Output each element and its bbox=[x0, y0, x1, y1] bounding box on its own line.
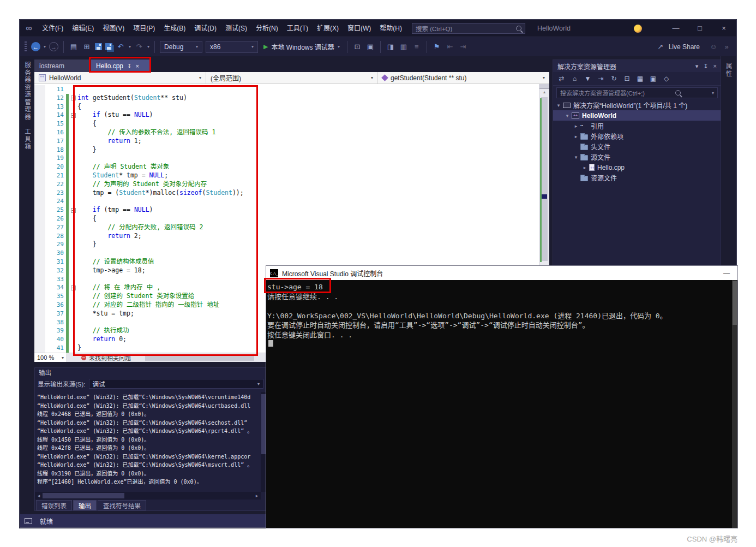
scroll-up-icon[interactable]: ▴ bbox=[539, 90, 549, 94]
breakpoint-margin[interactable] bbox=[34, 215, 45, 223]
menu-item[interactable]: 编辑(E) bbox=[68, 20, 98, 37]
breakpoint-margin[interactable] bbox=[34, 189, 45, 198]
save-icon[interactable] bbox=[95, 43, 102, 50]
solution-configuration-dropdown[interactable]: Debug ▾ bbox=[160, 41, 202, 53]
scrollbar-thumb[interactable] bbox=[261, 394, 266, 454]
undo-icon[interactable]: ↶ bbox=[116, 43, 125, 51]
live-share-button[interactable]: ↗ Live Share bbox=[656, 43, 700, 51]
panel-tab[interactable]: 输出 bbox=[73, 500, 97, 510]
redo-icon[interactable]: ↷ bbox=[134, 43, 144, 51]
feedback-icon[interactable] bbox=[634, 25, 642, 33]
close-button[interactable]: × bbox=[712, 20, 736, 37]
menu-item[interactable]: 工具(T) bbox=[283, 20, 313, 37]
tree-item[interactable]: ▾HelloWorld bbox=[553, 110, 721, 121]
menu-item[interactable]: 帮助(H) bbox=[375, 20, 406, 37]
breakpoint-margin[interactable] bbox=[34, 301, 45, 310]
collapse-icon[interactable]: − bbox=[71, 113, 76, 118]
solution-search-box[interactable]: 搜索解决方案资源管理器(Ctrl+;) ▾ bbox=[556, 87, 718, 98]
minimize-button[interactable]: — bbox=[664, 20, 688, 37]
zoom-dropdown[interactable]: 100 % ▾ bbox=[34, 353, 67, 362]
fold-margin[interactable]: − bbox=[69, 94, 77, 103]
scrollbar-thumb[interactable] bbox=[43, 493, 124, 498]
navigate-back-icon[interactable]: ← bbox=[31, 42, 40, 51]
tree-expander-icon[interactable]: ▾ bbox=[555, 103, 562, 108]
menu-item[interactable]: 调试(D) bbox=[190, 20, 221, 37]
breakpoint-margin[interactable] bbox=[34, 310, 45, 318]
close-icon[interactable]: × bbox=[713, 63, 717, 70]
chevron-down-icon[interactable]: ▾ bbox=[44, 44, 46, 49]
collapse-all-icon[interactable]: ⊟ bbox=[622, 75, 632, 82]
collapse-icon[interactable]: − bbox=[71, 208, 76, 213]
side-tab[interactable]: 工具箱 bbox=[23, 128, 32, 151]
breakpoint-margin[interactable] bbox=[34, 335, 45, 344]
breakpoint-margin[interactable] bbox=[34, 292, 45, 301]
tree-expander-icon[interactable]: ▸ bbox=[573, 134, 579, 139]
chevron-down-icon[interactable]: ▾ bbox=[147, 44, 149, 49]
breakpoint-margin[interactable] bbox=[34, 283, 45, 292]
menu-item[interactable]: 视图(V) bbox=[98, 20, 129, 37]
bookmark-icon[interactable]: ⚑ bbox=[432, 43, 442, 51]
menu-item[interactable]: 项目(P) bbox=[129, 20, 159, 37]
outdent-icon[interactable]: ⇤ bbox=[445, 43, 455, 51]
tree-item[interactable]: ▸Hello.cpp bbox=[553, 162, 721, 173]
menu-item[interactable]: 生成(B) bbox=[159, 20, 190, 37]
scroll-right-icon[interactable]: ▸ bbox=[253, 493, 261, 498]
output-window-icon[interactable]: ◨ bbox=[386, 43, 395, 51]
tree-item[interactable]: ▾解决方案“HelloWorld”(1 个项目/共 1 个) bbox=[553, 100, 721, 110]
home-icon[interactable]: ⌂ bbox=[570, 75, 579, 82]
sync-active-document-icon[interactable]: ⇥ bbox=[596, 75, 605, 82]
console-output[interactable]: stu->age = 18请按任意键继续. . . Y:\002_WorkSpa… bbox=[266, 280, 732, 528]
start-debugging-button[interactable]: ▶ 本地 Windows 调试器 ▾ bbox=[261, 42, 342, 51]
breakpoint-margin[interactable] bbox=[34, 318, 45, 327]
switch-views-icon[interactable]: ⇄ bbox=[557, 75, 566, 82]
side-tab-properties[interactable]: 属性 bbox=[724, 63, 733, 78]
fold-margin[interactable]: − bbox=[69, 111, 77, 120]
tree-item[interactable]: 头文件 bbox=[553, 141, 721, 152]
toolbar-overflow-icon[interactable]: » bbox=[722, 43, 731, 51]
send-feedback-icon[interactable]: ☺ bbox=[709, 43, 718, 51]
tree-expander-icon[interactable]: ▸ bbox=[573, 123, 579, 129]
breakpoint-margin[interactable] bbox=[34, 258, 45, 266]
project-dropdown[interactable]: HelloWorld ▾ bbox=[34, 72, 206, 84]
output-vertical-scrollbar[interactable] bbox=[261, 392, 266, 492]
pin-icon[interactable]: ↧ bbox=[703, 63, 708, 70]
breakpoint-margin[interactable] bbox=[34, 180, 45, 189]
close-icon[interactable]: × bbox=[135, 63, 139, 69]
scroll-left-icon[interactable]: ◂ bbox=[35, 493, 43, 498]
maximize-button[interactable]: □ bbox=[688, 20, 712, 37]
pin-icon[interactable]: ↧ bbox=[127, 63, 131, 69]
chevron-down-icon[interactable]: ▾ bbox=[129, 44, 131, 49]
breakpoint-margin[interactable] bbox=[34, 154, 45, 163]
breakpoint-margin[interactable] bbox=[34, 240, 45, 249]
navigate-forward-icon[interactable]: → bbox=[49, 42, 58, 51]
console-scrollbar[interactable] bbox=[732, 280, 737, 528]
tree-item[interactable]: ▸引用 bbox=[553, 121, 721, 131]
breakpoint-margin[interactable] bbox=[34, 120, 45, 128]
panel-tab[interactable]: 错误列表 bbox=[36, 500, 72, 510]
filter-icon[interactable]: ▼ bbox=[583, 75, 592, 82]
breakpoint-margin[interactable] bbox=[34, 206, 45, 215]
tree-expander-icon[interactable]: ▸ bbox=[581, 165, 588, 170]
toolbar-grip[interactable] bbox=[25, 41, 27, 52]
breakpoint-margin[interactable] bbox=[34, 111, 45, 120]
scrollbar-thumb[interactable] bbox=[733, 281, 737, 325]
menu-item[interactable]: 测试(S) bbox=[221, 20, 251, 37]
scope-dropdown[interactable]: (全局范围) ▾ bbox=[206, 72, 378, 84]
refresh-icon[interactable]: ↻ bbox=[609, 75, 619, 82]
scrollbar-thumb[interactable] bbox=[541, 97, 548, 261]
quick-search-box[interactable]: 搜索 (Ctrl+Q) bbox=[412, 23, 525, 34]
breakpoint-margin[interactable] bbox=[34, 103, 45, 111]
tree-item[interactable]: ▾源文件 bbox=[553, 152, 721, 162]
solution-platform-dropdown[interactable]: x86 ▾ bbox=[206, 41, 258, 53]
document-health-indicator[interactable]: 未找到相关问题 bbox=[81, 353, 131, 362]
tree-expander-icon[interactable]: ▾ bbox=[573, 154, 579, 160]
add-item-icon[interactable]: ⊞ bbox=[82, 43, 92, 51]
scrollbar-thumb[interactable] bbox=[145, 355, 254, 361]
breakpoint-margin[interactable] bbox=[34, 223, 45, 232]
fold-margin[interactable]: − bbox=[69, 206, 77, 215]
code-view-icon[interactable]: ◇ bbox=[662, 75, 671, 82]
breakpoint-margin[interactable] bbox=[34, 137, 45, 146]
list-members-icon[interactable]: ≡ bbox=[412, 43, 422, 51]
breakpoint-margin[interactable] bbox=[34, 163, 45, 171]
breakpoint-margin[interactable] bbox=[34, 344, 45, 353]
